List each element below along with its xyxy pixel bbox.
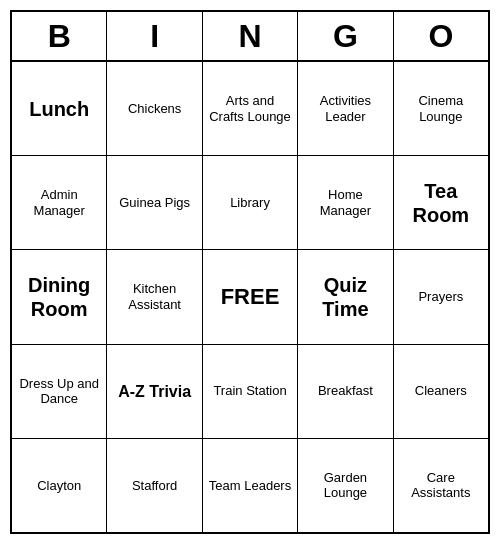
row-0: LunchChickensArts and Crafts LoungeActiv… [12,62,488,156]
header-letter-O: O [394,12,488,60]
row-4: ClaytonStaffordTeam LeadersGarden Lounge… [12,439,488,532]
cell-3-0: Dress Up and Dance [12,345,107,438]
header-letter-N: N [203,12,298,60]
row-2: Dining RoomKitchen AssistantFREEQuiz Tim… [12,250,488,344]
cell-0-0: Lunch [12,62,107,155]
header-letter-G: G [298,12,393,60]
cell-1-0: Admin Manager [12,156,107,249]
cell-0-1: Chickens [107,62,202,155]
cell-0-2: Arts and Crafts Lounge [203,62,298,155]
cell-3-4: Cleaners [394,345,488,438]
cell-1-4: Tea Room [394,156,488,249]
cell-2-3: Quiz Time [298,250,393,343]
row-1: Admin ManagerGuinea PigsLibraryHome Mana… [12,156,488,250]
cell-1-2: Library [203,156,298,249]
cell-4-4: Care Assistants [394,439,488,532]
bingo-header: BINGO [12,12,488,62]
cell-4-3: Garden Lounge [298,439,393,532]
cell-4-1: Stafford [107,439,202,532]
row-3: Dress Up and DanceA-Z TriviaTrain Statio… [12,345,488,439]
cell-0-3: Activities Leader [298,62,393,155]
cell-4-0: Clayton [12,439,107,532]
header-letter-I: I [107,12,202,60]
cell-3-2: Train Station [203,345,298,438]
cell-1-1: Guinea Pigs [107,156,202,249]
cell-4-2: Team Leaders [203,439,298,532]
cell-0-4: Cinema Lounge [394,62,488,155]
header-letter-B: B [12,12,107,60]
cell-3-1: A-Z Trivia [107,345,202,438]
cell-2-0: Dining Room [12,250,107,343]
cell-3-3: Breakfast [298,345,393,438]
bingo-grid: LunchChickensArts and Crafts LoungeActiv… [12,62,488,532]
bingo-card: BINGO LunchChickensArts and Crafts Loung… [10,10,490,534]
cell-1-3: Home Manager [298,156,393,249]
cell-2-2: FREE [203,250,298,343]
cell-2-4: Prayers [394,250,488,343]
cell-2-1: Kitchen Assistant [107,250,202,343]
